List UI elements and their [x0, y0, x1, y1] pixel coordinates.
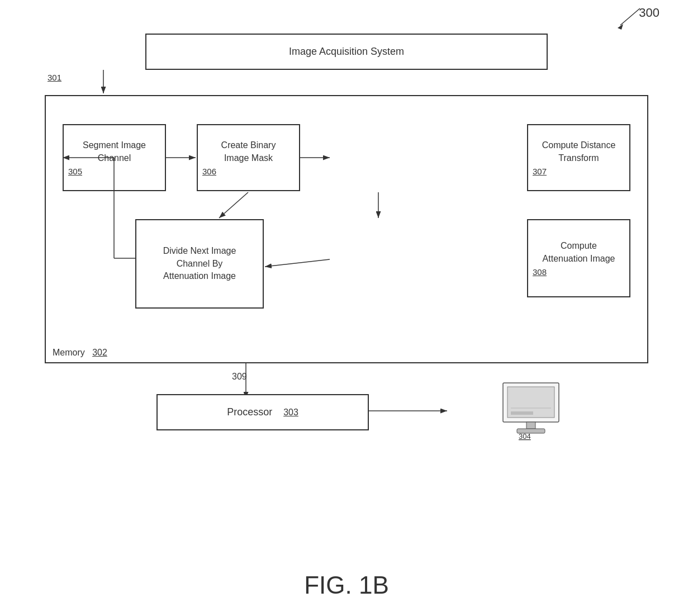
svg-line-6 — [265, 259, 330, 267]
computer-illustration: 304 — [497, 380, 570, 447]
svg-line-0 — [620, 8, 640, 25]
svg-line-7 — [219, 192, 248, 218]
svg-text:304: 304 — [519, 432, 531, 440]
svg-rect-19 — [526, 422, 535, 429]
image-acquisition-system-box: Image Acquisition System — [145, 34, 548, 70]
processor-to-computer-arrow — [369, 402, 453, 419]
processor-label: Processor — [227, 406, 272, 418]
segment-image-channel-box: Segment ImageChannel 305 — [63, 124, 166, 191]
processor-box: Processor 303 — [156, 394, 369, 430]
ref-303: 303 — [283, 407, 298, 418]
fig-label-text: FIG. 1B — [304, 571, 389, 599]
computer-svg: 304 — [497, 380, 570, 447]
create-binary-image-mask-box: Create BinaryImage Mask 306 — [197, 124, 300, 191]
memory-box: Segment ImageChannel 305 Create BinaryIm… — [45, 95, 648, 363]
divide-next-image-channel-box: Divide Next ImageChannel ByAttenuation I… — [135, 219, 264, 309]
ref-307: 307 — [533, 167, 547, 176]
ias-to-memory-arrow — [89, 70, 117, 98]
ref-302: 302 — [92, 348, 107, 357]
distance-label: Compute DistanceTransform — [542, 139, 616, 164]
svg-rect-23 — [511, 411, 533, 415]
ref-306: 306 — [202, 167, 216, 176]
compute-attenuation-image-box: ComputeAttenuation Image 308 — [527, 219, 630, 297]
diagram-container: 300 Image Acquisition System 301 Segment… — [34, 17, 659, 549]
attenuation-label: ComputeAttenuation Image — [543, 240, 615, 265]
ref-300-arrow — [604, 3, 659, 31]
ref-301-number: 301 — [48, 73, 61, 82]
fig-label: FIG. 1B — [304, 571, 389, 599]
ias-label: Image Acquisition System — [289, 46, 404, 58]
ref-305: 305 — [68, 167, 82, 176]
seg-label: Segment ImageChannel — [83, 139, 146, 164]
memory-label: Memory 302 — [53, 348, 107, 358]
memory-text: Memory — [53, 348, 85, 357]
divide-label: Divide Next ImageChannel ByAttenuation I… — [163, 245, 236, 282]
binary-label: Create BinaryImage Mask — [221, 139, 276, 164]
compute-distance-transform-box: Compute DistanceTransform 307 — [527, 124, 630, 191]
ref-301: 301 — [48, 73, 61, 83]
ref-308: 308 — [533, 267, 547, 277]
